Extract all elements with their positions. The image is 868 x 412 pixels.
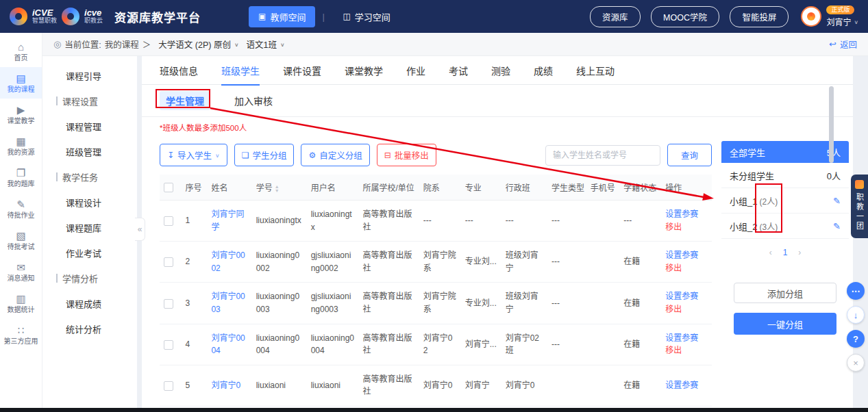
student-subtabs: 学生管理 加入审核	[142, 85, 853, 117]
set-contest-link[interactable]: 设置参赛	[665, 290, 708, 303]
auto-group-button[interactable]: 一键分组	[734, 313, 836, 335]
zhijiao-side-tag[interactable]: 职教一团	[851, 175, 868, 238]
icve-cloud-logo-text: icve 职教云	[84, 8, 103, 24]
rail-item[interactable]: ⌂ 首页	[0, 36, 42, 67]
tab[interactable]: 班级学生	[221, 56, 260, 85]
select-all-checkbox[interactable]	[164, 183, 173, 192]
home-icon: ⌂	[18, 42, 24, 52]
sidebar-item[interactable]: 课程题库	[42, 215, 137, 240]
version-badge: 正式版	[826, 5, 854, 15]
student-name-link[interactable]: 刘宵宁0004	[211, 333, 245, 356]
class-select[interactable]: 语文1班 ∨	[247, 38, 285, 51]
vertical-scrollbar[interactable]	[829, 86, 834, 163]
top-nav-item[interactable]: ◫ 学习空间	[333, 6, 399, 27]
set-contest-link[interactable]: 设置参赛	[665, 379, 708, 392]
avatar	[801, 6, 821, 27]
header-pill-button[interactable]: 资源库	[590, 6, 641, 27]
student-name-link[interactable]: 刘宵宁0003	[211, 292, 245, 314]
sidebar-item[interactable]: 课程设置	[42, 88, 137, 114]
row-checkbox[interactable]	[164, 340, 173, 350]
query-button[interactable]: 查询	[667, 144, 712, 166]
subtab[interactable]: 学生管理	[160, 91, 210, 110]
rail-item[interactable]: ▥ 数据统计	[0, 287, 42, 319]
tab[interactable]: 成绩	[534, 56, 553, 85]
tab[interactable]: 课堂教学	[345, 56, 383, 85]
user-menu[interactable]: 正式版 刘宵宁 ∨	[801, 5, 858, 28]
top-nav-item[interactable]: ▣ 教师空间	[249, 6, 315, 27]
sidebar-item[interactable]: 课程管理	[42, 114, 137, 139]
sidebar-item[interactable]: 作业考试	[42, 240, 137, 266]
sidebar-item[interactable]: 统计分析	[42, 316, 137, 342]
rail-item[interactable]: ∷ 第三方应用	[0, 319, 42, 350]
student-name-link[interactable]: 刘宵宁0002	[211, 250, 245, 273]
help-float-button[interactable]: ?	[847, 330, 865, 348]
sidebar-item[interactable]: 课程引导	[42, 63, 137, 88]
groups-panel: 全部学生 5人 未分组学生 0人 小组_1 (2人)	[721, 141, 849, 335]
row-checkbox[interactable]	[164, 257, 173, 267]
group-students-button[interactable]: ❏ 学生分组	[234, 144, 295, 166]
back-button[interactable]: ↩ 返回	[829, 38, 857, 51]
tab[interactable]: 作业	[406, 56, 425, 85]
user-name: 刘宵宁	[826, 16, 851, 27]
rail-item[interactable]: ▧ 待批考试	[0, 224, 42, 256]
chat-float-button[interactable]: ⋯	[847, 282, 865, 300]
set-contest-link[interactable]: 设置参赛	[665, 332, 708, 345]
sidebar-item[interactable]: 教学任务	[42, 164, 137, 190]
tab[interactable]: 测验	[491, 56, 510, 85]
tab[interactable]: 线上互动	[576, 56, 615, 85]
cell-phone	[586, 324, 619, 365]
sidebar-item[interactable]: 学情分析	[42, 266, 137, 291]
sidebar-item[interactable]: 课程成绩	[42, 291, 137, 316]
row-checkbox[interactable]	[164, 381, 173, 391]
custom-group-button[interactable]: ⚙ 自定义分组	[301, 144, 369, 166]
next-page-button[interactable]: ›	[798, 248, 801, 257]
rail-item[interactable]: ▦ 我的资源	[0, 130, 42, 162]
sidebar-item[interactable]: 课程设计	[42, 190, 137, 215]
breadcrumb-my-courses[interactable]: 我的课程	[105, 38, 139, 51]
group-row[interactable]: 小组_2 (3人) ✎	[721, 214, 849, 239]
batch-remove-button[interactable]: ⊟ 批量移出	[377, 144, 436, 166]
cell-status: 在籍	[619, 283, 661, 324]
remove-student-link[interactable]: 移出	[665, 221, 708, 234]
cell-department: 刘宵宁0	[419, 365, 461, 406]
header-pill-button[interactable]: MOOC学院	[651, 6, 719, 27]
set-contest-link[interactable]: 设置参赛	[665, 249, 708, 262]
cell-major: 刘宵宁	[461, 365, 501, 406]
rail-item[interactable]: ❐ 我的题库	[0, 162, 42, 193]
students-column: ↧ 导入学生 ∨ ❏ 学生分组 ⚙ 自定义分组 ⊟ 批量移出	[160, 133, 712, 407]
edit-icon[interactable]: ✎	[833, 196, 841, 206]
row-checkbox[interactable]	[164, 216, 173, 226]
gear-icon: ⚙	[308, 151, 316, 160]
import-students-button[interactable]: ↧ 导入学生 ∨	[160, 144, 227, 166]
student-name-link[interactable]: 刘宵宁同学	[211, 209, 244, 232]
rail-item[interactable]: ▤ 我的课程	[0, 67, 42, 99]
add-group-button[interactable]: 添加分组	[734, 283, 836, 303]
subtab[interactable]: 加入审核	[228, 91, 279, 110]
sidebar-collapse-handle[interactable]: «	[135, 218, 145, 241]
page-number[interactable]: 1	[783, 248, 788, 257]
student-name-link[interactable]: 刘宵宁0	[211, 381, 240, 390]
rail-item[interactable]: ▶ 课堂教学	[0, 99, 42, 130]
tab[interactable]: 考试	[449, 56, 468, 85]
remove-student-link[interactable]: 移出	[665, 262, 708, 275]
set-contest-link[interactable]: 设置参赛	[665, 208, 708, 221]
remove-student-link[interactable]: 移出	[665, 303, 708, 316]
tab[interactable]: 班级信息	[160, 56, 198, 85]
cell-index: 1	[182, 201, 208, 242]
remove-student-link[interactable]: 移出	[665, 344, 708, 357]
close-float-button[interactable]: ×	[847, 354, 865, 372]
search-input[interactable]	[545, 145, 660, 166]
rail-item[interactable]: ✎ 待批作业	[0, 193, 42, 224]
row-checkbox[interactable]	[164, 299, 173, 309]
group-row[interactable]: 小组_1 (2人) ✎	[721, 188, 849, 214]
sort-icon[interactable]: ▲▼	[275, 185, 280, 192]
prev-page-button[interactable]: ‹	[769, 248, 772, 257]
download-float-button[interactable]: ↓	[847, 306, 865, 324]
course-select[interactable]: 大学语文 (2P) 原创 ∨	[158, 38, 238, 51]
edit-icon[interactable]: ✎	[833, 221, 841, 231]
rail-item[interactable]: ✉ 消息通知	[0, 256, 42, 287]
icve-cloud-logo-icon	[62, 8, 79, 25]
sidebar-item[interactable]: 班级管理	[42, 139, 137, 164]
header-pill-button[interactable]: 智能投屏	[730, 6, 789, 27]
tab[interactable]: 课件设置	[283, 56, 321, 85]
